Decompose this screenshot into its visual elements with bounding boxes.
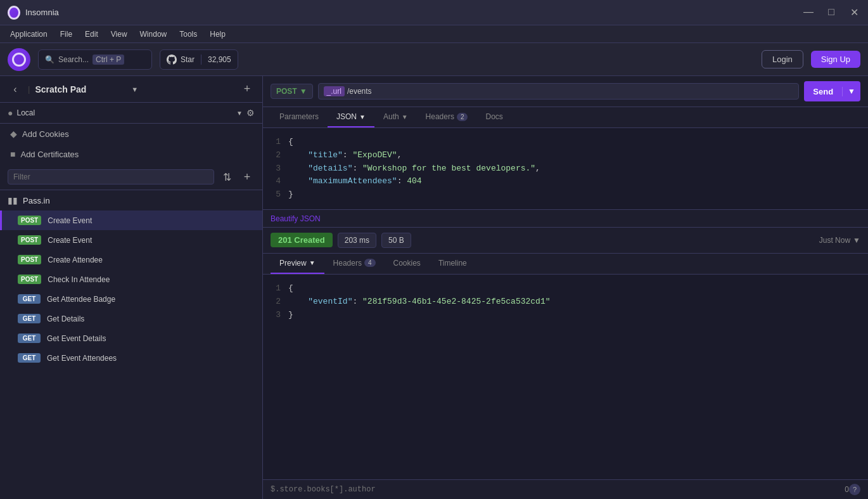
env-arrow-icon[interactable]: ▼	[236, 110, 243, 117]
sidebar: ‹ | Scratch Pad ▼ + ● Local ▼ ⚙ ◆ Add Co…	[0, 76, 263, 499]
content-area: POST ▼ _.url /events Send ▼ Parameters J…	[263, 76, 868, 499]
url-input[interactable]: _.url /events	[318, 83, 800, 100]
certificates-label: Add Certificates	[20, 150, 79, 159]
add-certificates-item[interactable]: ■ Add Certificates	[0, 144, 262, 164]
search-label: Search...	[58, 55, 89, 64]
method-chevron-icon: ▼	[300, 87, 307, 96]
status-code: 201	[278, 235, 292, 245]
jsonpath-bar: 0 ?	[263, 479, 868, 499]
star-button[interactable]: Star 32,905	[160, 49, 238, 70]
code-line-1: 1 {	[268, 136, 863, 149]
resp-tab-timeline[interactable]: Timeline	[430, 254, 476, 274]
headerbar: 🔍 Search... Ctrl + P Star 32,905 Login S…	[0, 43, 868, 76]
request-item-5[interactable]: GET Get Details	[0, 309, 262, 328]
request-name-1: Create Event	[48, 236, 92, 245]
collection-name: Pass.in	[23, 196, 50, 205]
folder-icon: ▮▮	[8, 195, 18, 205]
method-badge-get-5: GET	[18, 314, 41, 323]
timestamp-label: Just Now	[819, 236, 850, 245]
sidebar-divider: |	[28, 84, 30, 94]
add-button[interactable]: +	[239, 82, 255, 96]
back-button[interactable]: ‹	[8, 84, 23, 95]
tab-docs[interactable]: Docs	[476, 107, 511, 127]
menu-help[interactable]: Help	[205, 29, 231, 40]
app-title: Insomnia	[25, 8, 802, 17]
star-label: Star	[181, 55, 195, 64]
method-badge-get-4: GET	[18, 294, 41, 304]
menu-view[interactable]: View	[106, 29, 132, 40]
json-tab-arrow-icon: ▼	[359, 113, 366, 120]
line-num-1: 1	[268, 136, 281, 149]
resp-tab-headers[interactable]: Headers 4	[324, 254, 385, 274]
jsonpath-input[interactable]	[271, 485, 845, 494]
env-icon: ●	[8, 108, 13, 118]
send-dropdown-icon: ▼	[843, 87, 860, 96]
resp-line-1: 1 {	[268, 282, 863, 295]
request-item-3[interactable]: POST Check In Attendee	[0, 269, 262, 289]
maximize-button[interactable]: □	[825, 6, 838, 18]
resp-tab-preview-label: Preview	[279, 259, 307, 268]
menu-tools[interactable]: Tools	[174, 29, 202, 40]
beautify-link[interactable]: Beautify JSON	[271, 214, 321, 223]
resp-headers-count: 4	[364, 259, 376, 267]
auth-tab-arrow-icon: ▼	[402, 113, 408, 120]
login-button[interactable]: Login	[762, 50, 803, 68]
request-name-0: Create Event	[48, 216, 92, 225]
close-button[interactable]: ✕	[848, 6, 860, 18]
menu-file[interactable]: File	[55, 29, 77, 40]
tab-json-label: JSON	[336, 112, 357, 121]
menu-edit[interactable]: Edit	[80, 29, 103, 40]
resp-tab-preview[interactable]: Preview ▼	[271, 254, 324, 274]
menu-application[interactable]: Application	[5, 29, 53, 40]
resp-line-3: 3 }	[268, 309, 863, 322]
resp-line-num-1: 1	[268, 282, 281, 295]
response-size: 50 B	[381, 233, 411, 248]
request-item-1[interactable]: POST Create Event	[0, 230, 262, 250]
add-cookies-item[interactable]: ◆ Add Cookies	[0, 124, 262, 144]
resp-tab-cookies[interactable]: Cookies	[385, 254, 430, 274]
signup-button[interactable]: Sign Up	[811, 51, 860, 68]
sort-button[interactable]: ⇅	[218, 171, 236, 183]
code-line-4: 4 "maximumAttendees": 404	[268, 175, 863, 188]
main-layout: ‹ | Scratch Pad ▼ + ● Local ▼ ⚙ ◆ Add Co…	[0, 76, 868, 499]
star-count: 32,905	[201, 55, 238, 64]
tab-json[interactable]: JSON ▼	[328, 107, 374, 127]
request-item-7[interactable]: GET Get Event Attendees	[0, 348, 262, 368]
tab-auth[interactable]: Auth ▼	[374, 107, 417, 127]
tab-docs-label: Docs	[485, 112, 502, 121]
line-num-5: 5	[268, 188, 281, 202]
search-bar[interactable]: 🔍 Search... Ctrl + P	[38, 49, 152, 70]
request-item-2[interactable]: POST Create Attendee	[0, 250, 262, 269]
resp-line-num-2: 2	[268, 295, 281, 309]
tab-parameters[interactable]: Parameters	[271, 107, 328, 127]
request-item-6[interactable]: GET Get Event Details	[0, 328, 262, 348]
window-controls: — □ ✕	[802, 6, 860, 18]
request-item-4[interactable]: GET Get Attendee Badge	[0, 289, 262, 309]
url-variable: _.url	[324, 86, 345, 96]
method-badge-post-2: POST	[18, 255, 41, 264]
menu-window[interactable]: Window	[135, 29, 172, 40]
env-section: ● Local ▼ ⚙	[0, 103, 262, 124]
gear-icon[interactable]: ⚙	[246, 108, 255, 118]
filter-add-button[interactable]: +	[239, 171, 255, 184]
timestamp-selector[interactable]: Just Now ▼	[819, 236, 860, 245]
response-status-bar: 201 Created 203 ms 50 B Just Now ▼	[263, 228, 868, 254]
titlebar: Insomnia — □ ✕	[0, 0, 868, 25]
collection-header[interactable]: ▮▮ Pass.in	[0, 190, 262, 211]
insomnia-logo[interactable]	[8, 48, 30, 71]
method-badge-get-6: GET	[18, 334, 41, 343]
method-selector[interactable]: POST ▼	[271, 84, 313, 99]
request-body[interactable]: 1 { 2 "title": "ExpoDEV", 3 "details": "…	[263, 128, 868, 209]
request-item-0[interactable]: POST Create Event	[0, 211, 262, 230]
url-path: /events	[347, 87, 372, 96]
help-icon[interactable]: ?	[849, 484, 860, 495]
chevron-down-icon[interactable]: ▼	[131, 86, 138, 93]
line-num-2: 2	[268, 149, 281, 162]
sidebar-header: ‹ | Scratch Pad ▼ +	[0, 76, 262, 103]
tab-headers[interactable]: Headers 2	[417, 107, 477, 127]
send-button[interactable]: Send ▼	[804, 81, 860, 101]
minimize-button[interactable]: —	[802, 6, 815, 18]
star-inner: Star	[160, 55, 201, 65]
filter-input[interactable]	[8, 169, 214, 185]
status-created: Created	[294, 235, 324, 245]
